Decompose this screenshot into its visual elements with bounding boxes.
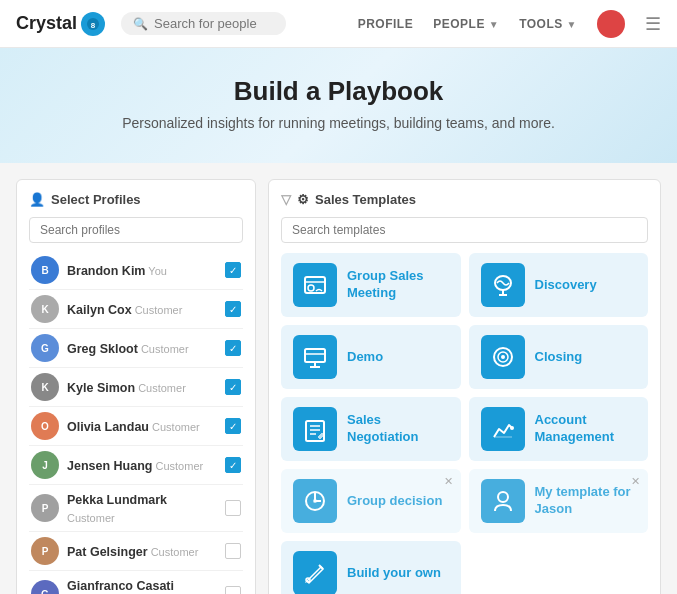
profile-checkbox[interactable] bbox=[225, 340, 241, 356]
profile-role-label: You bbox=[145, 265, 166, 277]
template-card-sales-negotiation[interactable]: Sales Negotiation bbox=[281, 397, 461, 461]
template-grid: Group Sales Meeting Discovery Demo Closi… bbox=[281, 253, 648, 594]
template-icon-group-decision bbox=[293, 479, 337, 523]
template-name: Group decision bbox=[347, 493, 442, 510]
nav-tools[interactable]: TOOLS ▼ bbox=[519, 17, 577, 31]
template-name: Sales Negotiation bbox=[347, 412, 449, 446]
profile-item[interactable]: JJensen Huang Customer bbox=[29, 446, 243, 485]
svg-text:8: 8 bbox=[91, 20, 96, 29]
template-close-button[interactable]: ✕ bbox=[631, 475, 640, 488]
template-name: Closing bbox=[535, 349, 583, 366]
profile-name: Brandon Kim bbox=[67, 264, 145, 278]
template-name: Account Management bbox=[535, 412, 637, 446]
profile-role-label: Customer bbox=[135, 382, 186, 394]
profile-checkbox[interactable] bbox=[225, 500, 241, 516]
template-card-group-decision[interactable]: Group decision✕ bbox=[281, 469, 461, 533]
profile-info: Olivia Landau Customer bbox=[67, 417, 217, 435]
profile-item[interactable]: KKyle Simon Customer bbox=[29, 368, 243, 407]
people-chevron: ▼ bbox=[489, 19, 499, 30]
profile-info: Pat Gelsinger Customer bbox=[67, 542, 217, 560]
avatar: K bbox=[31, 295, 59, 323]
template-card-build-your-own[interactable]: Build your own bbox=[281, 541, 461, 594]
avatar: P bbox=[31, 537, 59, 565]
profile-checkbox[interactable] bbox=[225, 457, 241, 473]
template-name: Demo bbox=[347, 349, 383, 366]
profile-name: Gianfranco Casati bbox=[67, 579, 174, 593]
avatar: P bbox=[31, 494, 59, 522]
profile-name: Olivia Landau bbox=[67, 420, 149, 434]
logo-icon: 8 bbox=[81, 12, 105, 36]
profile-item[interactable]: PPat Gelsinger Customer bbox=[29, 532, 243, 571]
template-card-closing[interactable]: Closing bbox=[469, 325, 649, 389]
hero-subtitle: Personalized insights for running meetin… bbox=[20, 115, 657, 131]
svg-point-4 bbox=[308, 285, 314, 291]
profile-name: Pat Gelsinger bbox=[67, 545, 148, 559]
profile-info: Gianfranco Casati Customer bbox=[67, 576, 217, 594]
search-icon: 🔍 bbox=[133, 17, 148, 31]
profile-name: Pekka Lundmark bbox=[67, 493, 167, 507]
svg-point-22 bbox=[313, 499, 317, 503]
hero-section: Build a Playbook Personalized insights f… bbox=[0, 48, 677, 163]
logo: Crystal 8 bbox=[16, 12, 105, 36]
nav-profile[interactable]: PROFILE bbox=[358, 17, 414, 31]
profile-info: Greg Skloot Customer bbox=[67, 339, 217, 357]
profile-item[interactable]: GGreg Skloot Customer bbox=[29, 329, 243, 368]
profiles-header: 👤 Select Profiles bbox=[29, 192, 243, 207]
profile-item[interactable]: GGianfranco Casati Customer bbox=[29, 571, 243, 594]
avatar: B bbox=[31, 256, 59, 284]
profile-list: BBrandon Kim YouKKailyn Cox CustomerGGre… bbox=[29, 251, 243, 594]
search-templates-input[interactable] bbox=[281, 217, 648, 243]
navbar: Crystal 8 🔍 PROFILE PEOPLE ▼ TOOLS ▼ ☰ bbox=[0, 0, 677, 48]
user-avatar[interactable] bbox=[597, 10, 625, 38]
profile-checkbox[interactable] bbox=[225, 543, 241, 559]
template-card-discovery[interactable]: Discovery bbox=[469, 253, 649, 317]
profile-name: Kyle Simon bbox=[67, 381, 135, 395]
template-card-demo[interactable]: Demo bbox=[281, 325, 461, 389]
profile-role-label: Customer bbox=[152, 460, 203, 472]
search-profiles-input[interactable] bbox=[29, 217, 243, 243]
nav-links: PROFILE PEOPLE ▼ TOOLS ▼ ☰ bbox=[358, 10, 661, 38]
profile-item[interactable]: KKailyn Cox Customer bbox=[29, 290, 243, 329]
profile-info: Kyle Simon Customer bbox=[67, 378, 217, 396]
svg-point-19 bbox=[510, 426, 514, 430]
avatar: G bbox=[31, 334, 59, 362]
template-icon-discovery bbox=[481, 263, 525, 307]
profile-role-label: Customer bbox=[149, 421, 200, 433]
global-search[interactable]: 🔍 bbox=[121, 12, 286, 35]
person-icon: 👤 bbox=[29, 192, 45, 207]
avatar: J bbox=[31, 451, 59, 479]
template-name: Discovery bbox=[535, 277, 597, 294]
search-input[interactable] bbox=[154, 16, 274, 31]
avatar: G bbox=[31, 580, 59, 594]
svg-rect-8 bbox=[305, 349, 325, 362]
nav-people[interactable]: PEOPLE ▼ bbox=[433, 17, 499, 31]
template-icon-group-sales bbox=[293, 263, 337, 307]
svg-point-23 bbox=[498, 492, 508, 502]
template-close-button[interactable]: ✕ bbox=[444, 475, 453, 488]
gear-icon: ⚙ bbox=[297, 192, 309, 207]
profile-item[interactable]: BBrandon Kim You bbox=[29, 251, 243, 290]
template-card-my-template[interactable]: My template for Jason✕ bbox=[469, 469, 649, 533]
hamburger-menu[interactable]: ☰ bbox=[645, 13, 661, 35]
avatar: O bbox=[31, 412, 59, 440]
profile-info: Jensen Huang Customer bbox=[67, 456, 217, 474]
profile-checkbox[interactable] bbox=[225, 379, 241, 395]
profile-checkbox[interactable] bbox=[225, 262, 241, 278]
template-name: My template for Jason bbox=[535, 484, 637, 518]
template-card-group-sales[interactable]: Group Sales Meeting bbox=[281, 253, 461, 317]
svg-point-14 bbox=[501, 355, 505, 359]
profile-checkbox[interactable] bbox=[225, 301, 241, 317]
profile-checkbox[interactable] bbox=[225, 586, 241, 594]
profile-info: Kailyn Cox Customer bbox=[67, 300, 217, 318]
main-content: 👤 Select Profiles BBrandon Kim YouKKaily… bbox=[0, 163, 677, 594]
profile-item[interactable]: OOlivia Landau Customer bbox=[29, 407, 243, 446]
profile-checkbox[interactable] bbox=[225, 418, 241, 434]
templates-title: Sales Templates bbox=[315, 192, 416, 207]
profiles-panel: 👤 Select Profiles BBrandon Kim YouKKaily… bbox=[16, 179, 256, 594]
profile-item[interactable]: PPekka Lundmark Customer bbox=[29, 485, 243, 532]
profile-info: Brandon Kim You bbox=[67, 261, 217, 279]
template-name: Group Sales Meeting bbox=[347, 268, 449, 302]
profile-role-label: Customer bbox=[148, 546, 199, 558]
template-card-account-management[interactable]: Account Management bbox=[469, 397, 649, 461]
profiles-title: Select Profiles bbox=[51, 192, 141, 207]
